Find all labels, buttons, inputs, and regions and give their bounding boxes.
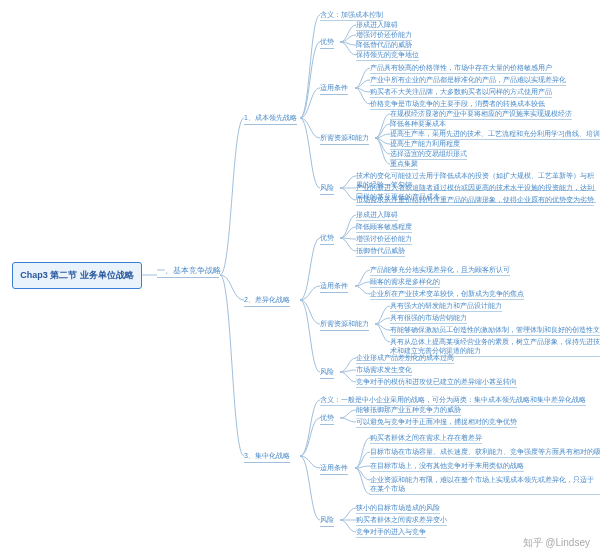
s2-adv[interactable]: 优势 — [320, 233, 334, 245]
s2-res-1[interactable]: 具有很强的市场营销能力 — [390, 314, 467, 324]
s1-adv-0[interactable]: 形成进入障碍 — [356, 21, 398, 31]
s2-adv-1[interactable]: 降低顾客敏感程度 — [356, 223, 412, 233]
strategy-3[interactable]: 3、集中化战略 — [244, 451, 290, 463]
s3-def[interactable]: 含义：一般是中小企业采用的战略，可分为两类：集中成本领先战略和集中差异化战略 — [320, 396, 586, 406]
s3-cond-3[interactable]: 企业资源和能力有限，难以在整个市场上实现成本领先或差异化，只适于在某个市场 — [370, 476, 600, 495]
s2-res[interactable]: 所需资源和能力 — [320, 319, 369, 331]
watermark: 知乎 @Lindsey — [523, 536, 590, 550]
s2-res-2[interactable]: 有能够确保激励员工创造性的激励体制，管理体制和良好的创造性文化 — [390, 326, 600, 336]
s1-cond-1[interactable]: 产业中所有企业的产品都是标准化的产品，产品难以实现差异化 — [370, 76, 566, 86]
s1-res-2[interactable]: 提高生产率，采用先进的技术、工艺流程和充分利用学习曲线、培训来降低成本 — [390, 130, 600, 140]
s1-cond-2[interactable]: 购买者不大关注品牌，大多数购买者以同样的方式使用产品 — [370, 88, 552, 98]
s1-adv-1[interactable]: 增强讨价还价能力 — [356, 31, 412, 41]
s3-cond-0[interactable]: 购买者群体之间在需求上存在着差异 — [370, 434, 482, 444]
s1-res-1[interactable]: 降低各种要案成本 — [390, 120, 446, 130]
s2-risk-1[interactable]: 市场需求发生变化 — [356, 366, 412, 376]
s1-res[interactable]: 所需资源和能力 — [320, 133, 369, 145]
s3-risk-1[interactable]: 购买者群体之间需求差异变小 — [356, 516, 447, 526]
s1-res-4[interactable]: 选择适宜的交易组织形式 — [390, 150, 467, 160]
s2-cond-0[interactable]: 产品能够充分地实现差异化，且为顾客所认可 — [370, 266, 510, 276]
s3-adv[interactable]: 优势 — [320, 413, 334, 425]
s1-risk-2[interactable]: 市场需求从注重价格转向注重产品的品牌形象，使得企业原有的优势变为劣势 — [356, 196, 594, 206]
strategy-1[interactable]: 1、成本领先战略 — [244, 113, 297, 125]
s1-adv-2[interactable]: 降低替代品的威胁 — [356, 41, 412, 51]
s1-def[interactable]: 含义：加强成本控制 — [320, 11, 383, 21]
s1-cond-3[interactable]: 价格竞争是市场竞争的主要手段，消费者的转换成本较低 — [370, 100, 545, 110]
s2-cond-1[interactable]: 顾客的需求是多样化的 — [370, 278, 440, 288]
s2-risk[interactable]: 风险 — [320, 367, 334, 379]
s1-cond-0[interactable]: 产品具有较高的价格弹性，市场中存在大量的价格敏感用户 — [370, 64, 552, 74]
s2-risk-2[interactable]: 竞争对手的模仿和进攻使已建立的差异缩小甚至转向 — [356, 378, 517, 388]
s3-cond-1[interactable]: 目标市场在市场容量、成长速度、获利能力、竞争强度等方面具有相对的吸引力 — [370, 448, 600, 458]
root-node[interactable]: Chap3 第二节 业务单位战略 — [12, 262, 142, 289]
s2-cond-2[interactable]: 企业所在产业技术变革较快，创新成为竞争的焦点 — [370, 290, 524, 300]
s3-risk-2[interactable]: 竞争对手的进入与竞争 — [356, 528, 426, 538]
s2-adv-2[interactable]: 增强讨价还价能力 — [356, 235, 412, 245]
s2-adv-3[interactable]: 抵御替代品威胁 — [356, 247, 405, 257]
s1-cond[interactable]: 适用条件 — [320, 83, 348, 95]
s3-risk[interactable]: 风险 — [320, 515, 334, 527]
s3-adv-0[interactable]: 能够抵御那产业五种竞争力的威胁 — [356, 406, 461, 416]
s2-adv-0[interactable]: 形成进入障碍 — [356, 211, 398, 221]
s2-res-0[interactable]: 具有强大的研发能力和产品设计能力 — [390, 302, 502, 312]
s3-adv-1[interactable]: 可以避免与竞争对手正面冲撞，捕捉相对的竞争优势 — [356, 418, 517, 428]
s3-cond-2[interactable]: 在目标市场上，没有其他竞争对手来用类似的战略 — [370, 462, 524, 472]
s1-res-5[interactable]: 重点集聚 — [390, 160, 418, 170]
s1-adv[interactable]: 优势 — [320, 37, 334, 49]
strategy-2[interactable]: 2、差异化战略 — [244, 295, 290, 307]
s3-cond[interactable]: 适用条件 — [320, 463, 348, 475]
s1-adv-3[interactable]: 保持领先的竞争地位 — [356, 51, 419, 61]
s2-cond[interactable]: 适用条件 — [320, 281, 348, 293]
s1-res-3[interactable]: 提高生产能力利用程度 — [390, 140, 460, 150]
s3-risk-0[interactable]: 狭小的目标市场造成的风险 — [356, 504, 440, 514]
s2-risk-0[interactable]: 企业形成产品差别化的成本过高 — [356, 354, 454, 364]
level1-node[interactable]: 一、基本竞争战略 — [157, 265, 221, 276]
s1-risk[interactable]: 风险 — [320, 183, 334, 195]
s1-res-0[interactable]: 在规模经济显著的产业中要将相应的产设施来实现规模经济 — [390, 110, 572, 120]
